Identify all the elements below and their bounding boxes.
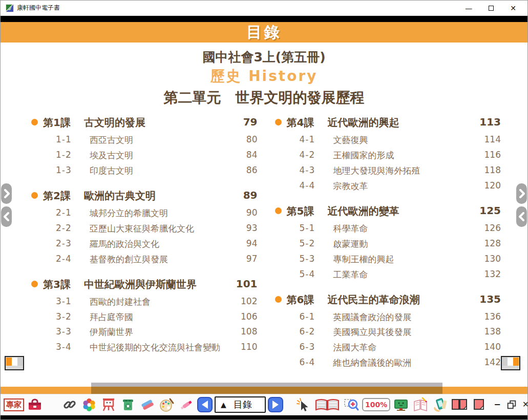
bullet-icon [275,207,282,214]
toc-chapter-row[interactable]: 第4課近代歐洲的興起113 [275,116,501,130]
chevron-right-icon [519,189,525,198]
toc-sub-row[interactable]: 1-2埃及古文明84 [56,150,258,161]
toc-sub-row[interactable]: 4-1文藝復興114 [300,134,501,146]
toc-chapter-row[interactable]: 第2課歐洲的古典文明89 [31,189,258,203]
marker-icon[interactable] [178,396,195,413]
page-selector[interactable]: ▲ 目錄 [215,396,266,413]
toc-sub-row[interactable]: 6-4維也納會議後的歐洲142 [300,357,501,369]
toc-sub-row[interactable]: 2-4基督教的創立與發展97 [56,254,258,265]
app-logo-icon [6,4,14,12]
book-title: 國中社會3上(第五冊) [1,43,527,66]
next-page-button[interactable] [268,397,283,412]
window-maximize-icon[interactable] [489,6,494,11]
link-icon[interactable] [61,396,78,413]
horizontal-scrollbar-track[interactable] [1,383,527,394]
toc-sub-row[interactable]: 1-1西亞古文明80 [56,134,258,146]
section-page-number: 116 [478,150,501,160]
toolbar-minimize-icon[interactable]: − [492,401,502,409]
flip-to-first-page-icon[interactable] [5,356,24,372]
toc-sub-row[interactable]: 5-3專制王權的興起130 [300,254,501,265]
section-title: 美國獨立與其後發展 [325,326,479,338]
window-close-icon[interactable]: ✕ [510,5,516,12]
toc-sub-row[interactable]: 3-3伊斯蘭世界108 [56,326,258,338]
section-title: 印度古文明 [81,165,235,177]
cursor-tool-icon[interactable] [294,396,312,413]
toc-right-column: 第4課近代歐洲的興起1134-1文藝復興1144-2王權國家的形成1164-3地… [275,116,501,381]
toolbox-icon[interactable] [26,396,44,413]
section-title: 西亞古文明 [81,134,235,146]
toolbar-close-icon[interactable]: ✕ [520,401,528,409]
toc-chapter: 第4課近代歐洲的興起1134-1文藝復興1144-2王權國家的形成1164-3地… [275,116,501,192]
section-title: 維也納會議後的歐洲 [325,357,479,369]
toc-sub-row[interactable]: 4-3地理大發現與海外拓殖118 [300,165,501,177]
toc-sub-row[interactable]: 6-3法國大革命140 [300,342,501,353]
section-number: 3-2 [56,311,81,322]
toc-sub-row[interactable]: 2-2亞歷山大東征與希臘化文化93 [56,223,258,235]
notebook-pencil-icon[interactable] [412,396,429,413]
window-titlebar: 康軒國中電子書 — ✕ [1,1,527,16]
right-prev-page-button[interactable] [516,206,527,227]
left-next-page-button[interactable] [1,183,12,204]
trash-icon[interactable] [119,396,137,413]
toc-chapter-row[interactable]: 第6課近代民主的革命浪潮135 [275,293,501,307]
section-title: 英國議會政治的發展 [325,311,479,323]
single-page-view-icon[interactable] [470,396,488,413]
section-page-number: 106 [235,311,258,322]
zoom-level-button[interactable]: 100% [362,398,390,411]
toolbar-restore-icon[interactable] [505,396,518,413]
toc-chapter-row[interactable]: 第5課近代歐洲的變革125 [275,204,501,218]
right-next-page-button[interactable] [516,183,527,204]
section-number: 2-4 [56,254,81,264]
section-title: 地理大發現與海外拓殖 [325,165,479,177]
chalkboard-icon[interactable] [392,396,410,413]
flip-to-last-page-icon[interactable] [501,356,520,372]
toc-sub-row[interactable]: 4-2王權國家的形成116 [300,150,501,161]
chevron-left-icon [519,212,525,221]
eraser-icon[interactable] [139,396,156,413]
toc-chapter-row[interactable]: 第1課古文明的發展79 [31,116,258,130]
window-minimize-icon[interactable]: — [465,5,472,12]
easel-icon[interactable] [100,396,117,413]
window-controls: — ✕ [465,5,522,12]
section-number: 2-2 [56,223,81,233]
zoom-in-icon[interactable] [343,396,360,413]
bullet-icon [275,296,282,303]
toc-sub-row[interactable]: 5-2啟蒙運動128 [300,238,501,250]
bullet-icon [31,281,38,287]
page-header: 目錄 [1,22,527,43]
chapter-title: 近代民主的革命浪潮 [320,293,478,307]
toc-sub-row[interactable]: 4-4宗教改革120 [300,180,501,192]
chapter-title: 近代歐洲的興起 [320,116,478,130]
palette-icon[interactable] [158,396,176,413]
toc-sub-row[interactable]: 3-4中世紀後期的文化交流與社會變動110 [56,342,258,353]
toc-chapter-row[interactable]: 第3課中世紀歐洲與伊斯蘭世界101 [31,278,258,291]
toc-sub-row[interactable]: 1-3印度古文明86 [56,165,258,177]
section-page-number: 128 [478,238,501,248]
section-number: 6-2 [300,326,325,337]
toc-chapter: 第6課近代民主的革命浪潮1356-1英國議會政治的發展1366-2美國獨立與其後… [275,293,501,369]
section-number: 4-1 [300,134,325,144]
double-page-view-icon[interactable] [451,396,468,413]
chapter-page-number: 113 [477,116,501,128]
horizontal-scrollbar-thumb[interactable] [91,383,442,394]
toc-sub-row[interactable]: 6-2美國獨立與其後發展138 [300,326,501,338]
toc-sub-row[interactable]: 3-1西歐的封建社會102 [56,296,258,308]
toc-sub-row[interactable]: 2-1城邦分立的希臘文明90 [56,207,258,219]
section-number: 5-4 [300,269,325,279]
open-book-icon[interactable] [314,396,341,413]
section-number: 2-1 [56,207,81,218]
toc-sub-row[interactable]: 3-2拜占庭帝國106 [56,311,258,323]
toc-sub-row[interactable]: 5-1科學革命126 [300,223,501,235]
bullet-icon [275,119,282,125]
left-prev-page-button[interactable] [1,206,12,227]
page-selector-up-icon[interactable]: ▲ [221,401,226,409]
expert-mode-button[interactable]: 專家 [4,398,24,411]
pinwheel-tools-icon[interactable] [80,396,98,413]
page-selector-label: 目錄 [234,398,252,411]
toc-sub-row[interactable]: 2-3羅馬的政治與文化94 [56,238,258,250]
toc-sub-row[interactable]: 6-1英國議會政治的發展136 [300,311,501,323]
section-page-number: 97 [235,254,258,264]
toc-sub-row[interactable]: 5-4工業革命132 [300,269,501,281]
prev-page-button[interactable] [197,397,213,412]
phone-in-hand-icon[interactable] [431,396,449,413]
